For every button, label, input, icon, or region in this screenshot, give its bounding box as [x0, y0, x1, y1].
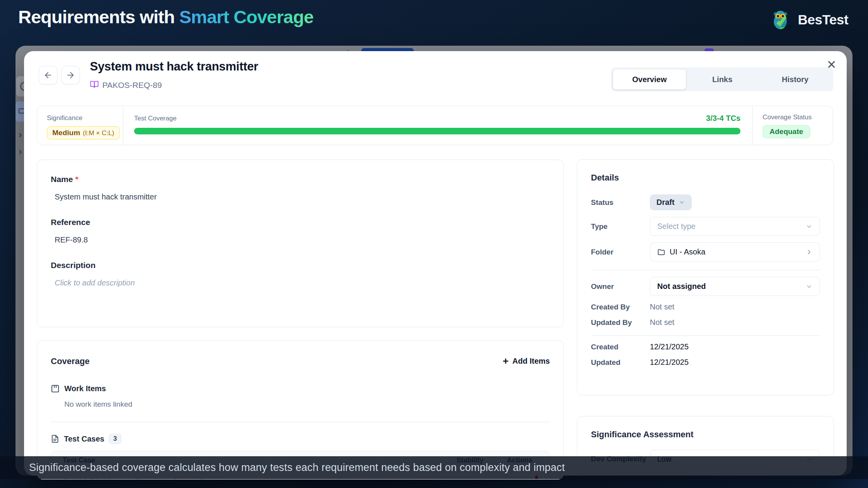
- page-title-highlight: Smart Coverage: [179, 7, 314, 27]
- brand-name: BesTest: [798, 12, 848, 27]
- type-label: Type: [591, 222, 650, 231]
- requirement-id: PAKOS-REQ-89: [102, 81, 162, 90]
- coverage-summary-card: Significance Medium (I:M × C:L) Test Cov…: [37, 106, 833, 145]
- background-chevron-icon: ›: [19, 129, 22, 141]
- type-placeholder: Select type: [657, 222, 696, 231]
- coverage-heading: Coverage: [51, 356, 90, 366]
- divider: [591, 270, 820, 270]
- work-items-empty-text: No work items linked: [64, 400, 550, 409]
- details-heading: Details: [591, 173, 820, 183]
- folder-icon: [657, 248, 665, 256]
- tab-overview[interactable]: Overview: [613, 69, 686, 89]
- divider: [591, 335, 820, 336]
- test-cases-count-badge: 3: [109, 434, 121, 444]
- test-cases-label: Test Cases: [64, 435, 104, 443]
- description-placeholder[interactable]: Click to add description: [55, 278, 550, 287]
- tab-history[interactable]: History: [759, 69, 832, 89]
- coverage-progress-bar: [134, 128, 741, 134]
- brand: BesTest: [768, 7, 848, 33]
- owner-value: Not assigned: [657, 282, 706, 291]
- created-value: 12/21/2025: [650, 342, 820, 351]
- add-items-button[interactable]: + Add Items: [503, 355, 550, 367]
- details-card: Details Status Draft Type Select type Fo…: [577, 159, 834, 395]
- requirement-title: System must hack transmitter: [90, 60, 258, 74]
- tab-bar: Overview Links History: [611, 67, 834, 91]
- updated-label: Updated: [591, 358, 650, 367]
- assessment-heading: Significance Assessment: [591, 430, 820, 440]
- owner-label: Owner: [591, 282, 650, 291]
- chevron-right-icon: [806, 249, 813, 256]
- folder-label: Folder: [591, 248, 650, 256]
- status-dropdown[interactable]: Draft: [650, 194, 692, 210]
- chevron-down-icon: [679, 199, 685, 206]
- created-by-value: Not set: [650, 302, 820, 311]
- plus-icon: +: [503, 355, 508, 367]
- coverage-status-label: Coverage Status: [763, 113, 833, 121]
- book-icon: [90, 80, 99, 90]
- requirement-modal: System must hack transmitter PAKOS-REQ-8…: [24, 51, 847, 476]
- name-label: Name*: [51, 175, 550, 184]
- close-icon[interactable]: ×: [825, 54, 838, 74]
- updated-by-label: Updated By: [591, 318, 650, 327]
- coverage-status-badge: Adequate: [763, 125, 810, 138]
- name-value: System must hack transmitter: [55, 192, 550, 201]
- chevron-down-icon: [806, 223, 813, 230]
- folder-picker[interactable]: UI - Asoka: [650, 242, 820, 261]
- reference-value: REF-89.8: [55, 235, 550, 244]
- description-label: Description: [51, 261, 550, 270]
- caption-overlay: Significance-based coverage calculates h…: [0, 456, 868, 479]
- updated-value: 12/21/2025: [650, 358, 820, 367]
- owl-logo-icon: [768, 7, 792, 33]
- significance-formula: (I:M × C:L): [83, 129, 114, 137]
- forward-button[interactable]: [61, 66, 80, 84]
- work-items-label: Work Items: [64, 384, 106, 393]
- owner-select[interactable]: Not assigned: [650, 277, 820, 296]
- work-items-icon: [51, 384, 60, 393]
- folder-value: UI - Asoka: [670, 247, 705, 256]
- chevron-down-icon: [806, 283, 813, 290]
- created-label: Created: [591, 343, 650, 351]
- created-by-label: Created By: [591, 303, 650, 311]
- status-label: Status: [591, 198, 650, 207]
- requirement-form-card: Name* System must hack transmitter Refer…: [37, 160, 564, 327]
- test-coverage-label: Test Coverage: [134, 115, 741, 122]
- type-select[interactable]: Select type: [650, 217, 820, 236]
- back-button[interactable]: [39, 66, 57, 84]
- required-marker: *: [75, 175, 78, 184]
- page-title: Requirements with Smart Coverage: [18, 6, 313, 27]
- significance-label: Significance: [47, 114, 123, 122]
- coverage-count: 3/3-4 TCs: [706, 114, 741, 123]
- coverage-progress-fill: [134, 128, 741, 134]
- tab-links[interactable]: Links: [686, 69, 759, 89]
- divider: [51, 422, 550, 422]
- caption-text: Significance-based coverage calculates h…: [29, 462, 565, 474]
- test-cases-icon: [51, 435, 59, 443]
- background-chevron-icon: ›: [19, 146, 22, 158]
- reference-label: Reference: [51, 218, 550, 227]
- significance-badge: Medium (I:M × C:L): [47, 126, 120, 139]
- updated-by-value: Not set: [650, 318, 820, 327]
